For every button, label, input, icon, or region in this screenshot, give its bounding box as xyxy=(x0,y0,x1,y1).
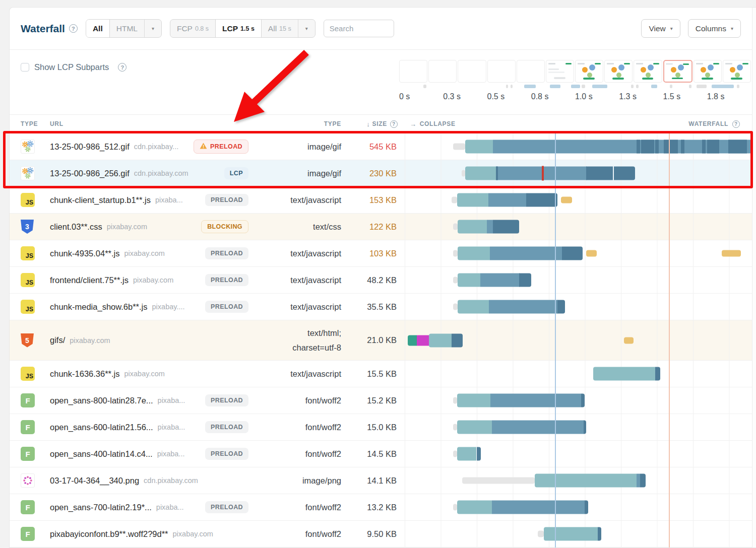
col-header-waterfall[interactable]: WATERFALL ? xyxy=(688,120,740,128)
waterfall-bar-segment[interactable] xyxy=(496,167,498,180)
waterfall-bar-segment[interactable] xyxy=(458,300,489,314)
help-icon[interactable]: ? xyxy=(69,24,78,33)
metric-fcp[interactable]: FCP0.8 s xyxy=(170,20,215,37)
waterfall-bar-segment[interactable] xyxy=(458,247,490,260)
waterfall-bar-segment[interactable] xyxy=(453,451,457,457)
waterfall-bar-segment[interactable] xyxy=(462,170,465,177)
waterfall-bar-segment[interactable] xyxy=(457,193,488,207)
waterfall-bar-segment[interactable] xyxy=(489,300,558,314)
waterfall-bar-segment[interactable] xyxy=(429,333,452,347)
waterfall-bar-segment[interactable] xyxy=(535,474,637,488)
badge-preload[interactable]: PRELOAD xyxy=(205,421,248,433)
waterfall-bar-segment[interactable] xyxy=(519,273,531,287)
table-row[interactable]: JSchunk-media_show.6b**.jspixabay....PRE… xyxy=(10,294,756,320)
waterfall-bar-segment[interactable] xyxy=(614,167,635,180)
badge-preload[interactable]: PRELOAD xyxy=(194,140,248,154)
waterfall-bar-segment[interactable] xyxy=(453,250,458,257)
filmstrip-thumbnail[interactable] xyxy=(517,60,545,83)
waterfall-bar-segment[interactable] xyxy=(453,224,458,230)
waterfall-bar-segment[interactable] xyxy=(408,335,417,346)
waterfall-bar-segment[interactable] xyxy=(453,504,457,511)
columns-button[interactable]: Columns ▾ xyxy=(688,19,741,38)
waterfall-bar-segment[interactable] xyxy=(417,335,429,346)
filter-html[interactable]: HTML xyxy=(110,20,144,37)
waterfall-bar-segment[interactable] xyxy=(453,304,458,310)
waterfall-bar-segment[interactable] xyxy=(493,220,520,234)
table-row[interactable]: JSchunk-1636.36**.jspixabay.comtext/java… xyxy=(10,361,756,387)
filmstrip-thumbnail[interactable] xyxy=(546,60,574,83)
waterfall-bar-segment[interactable] xyxy=(655,140,658,154)
filmstrip-thumbnail[interactable] xyxy=(723,60,751,83)
waterfall-bar-segment[interactable] xyxy=(452,197,457,203)
waterfall-bar-segment[interactable] xyxy=(707,140,719,154)
view-button[interactable]: View ▾ xyxy=(641,19,680,38)
waterfall-bar-segment[interactable] xyxy=(641,140,654,154)
badge-preload[interactable]: PRELOAD xyxy=(205,274,248,286)
badge-preload[interactable]: PRELOAD xyxy=(205,301,248,313)
table-row[interactable]: Fopen_sans-800-latin28.7e...pixaba...PRE… xyxy=(10,387,756,414)
table-row[interactable]: 3client.03**.csspixabay.comBLOCKINGtext/… xyxy=(10,214,756,240)
scrollbar-track[interactable] xyxy=(752,8,756,547)
filmstrip-thumbnail[interactable] xyxy=(428,60,457,83)
waterfall-bar-segment[interactable] xyxy=(526,193,558,207)
help-icon[interactable]: ? xyxy=(732,120,740,128)
waterfall-bar-segment[interactable] xyxy=(458,273,480,287)
metric-lcp[interactable]: LCP1.5 s xyxy=(215,20,262,37)
waterfall-bar-segment[interactable] xyxy=(452,333,463,347)
waterfall-bar-segment[interactable] xyxy=(562,247,583,260)
badge-preload[interactable]: PRELOAD xyxy=(205,194,248,206)
table-row[interactable]: Fopen_sans-700-latin2.19*...pixaba...PRE… xyxy=(10,494,756,521)
filmstrip-thumbnail[interactable] xyxy=(663,60,692,83)
filmstrip-thumbnail[interactable] xyxy=(487,60,516,83)
help-icon[interactable]: ? xyxy=(390,120,398,128)
waterfall-bar-segment[interactable] xyxy=(492,421,584,434)
waterfall-bar-segment[interactable] xyxy=(593,367,656,381)
table-row[interactable]: Fopen_sans-400-latin14.c4...pixaba...PRE… xyxy=(10,441,756,467)
waterfall-bar-segment[interactable] xyxy=(453,397,457,404)
table-row[interactable]: Fopen_sans-600-latin21.56...pixaba...PRE… xyxy=(10,414,756,441)
waterfall-bar-segment[interactable] xyxy=(477,447,481,461)
table-row[interactable]: JSfrontend/client.75**.jspixabay.comPREL… xyxy=(10,267,756,294)
col-header-size[interactable]: ↓ SIZE ? xyxy=(341,120,402,128)
waterfall-bar-segment[interactable] xyxy=(598,527,601,541)
waterfall-bar-segment[interactable] xyxy=(542,166,544,181)
waterfall-bar-segment[interactable] xyxy=(490,394,582,407)
chevron-down-icon[interactable]: ▾ xyxy=(144,20,161,37)
table-row[interactable]: Fpixabayiconfont.b9**.woff2?9d**pixabay.… xyxy=(10,521,756,547)
table-row[interactable]: JSchunk-4935.04**.jspixabay.comPRELOADte… xyxy=(10,240,756,267)
waterfall-bar-segment[interactable] xyxy=(462,477,535,484)
waterfall-bar-segment[interactable] xyxy=(488,193,526,207)
filmstrip-thumbnail[interactable] xyxy=(694,60,722,83)
waterfall-bar-segment[interactable] xyxy=(722,250,741,257)
badge-blocking[interactable]: BLOCKING xyxy=(201,220,248,233)
waterfall-bar-segment[interactable] xyxy=(586,167,613,180)
col-header-type[interactable]: TYPE xyxy=(262,120,341,127)
help-icon[interactable]: ? xyxy=(118,63,127,72)
badge-preload[interactable]: PRELOAD xyxy=(205,501,248,513)
metric-all[interactable]: All15 s xyxy=(262,20,298,37)
waterfall-bar-segment[interactable] xyxy=(637,474,640,488)
waterfall-bar-segment[interactable] xyxy=(640,474,646,488)
waterfall-bar-segment[interactable] xyxy=(487,220,493,234)
waterfall-bar-segment[interactable] xyxy=(453,144,465,150)
waterfall-bar-segment[interactable] xyxy=(480,273,520,287)
badge-lcp[interactable]: LCP xyxy=(224,167,248,179)
waterfall-bar-segment[interactable] xyxy=(490,247,562,260)
waterfall-bar-segment[interactable] xyxy=(457,421,492,434)
waterfall-bar-segment[interactable] xyxy=(544,527,598,541)
table-row[interactable]: 13-25-00-986_512.gifcdn.pixabay...PRELOA… xyxy=(10,133,756,160)
waterfall-bar-segment[interactable] xyxy=(664,140,678,154)
waterfall-bar-segment[interactable] xyxy=(581,394,584,407)
waterfall-bar-segment[interactable] xyxy=(457,394,490,407)
checkbox[interactable] xyxy=(21,63,29,72)
waterfall-bar-segment[interactable] xyxy=(702,140,706,154)
filter-all[interactable]: All xyxy=(86,20,110,37)
table-row[interactable]: 13-25-00-986_256.gifcdn.pixabay.comLCPim… xyxy=(10,160,756,187)
waterfall-bar-segment[interactable] xyxy=(655,367,660,381)
waterfall-bar-segment[interactable] xyxy=(586,250,597,257)
waterfall-bar-segment[interactable] xyxy=(457,447,477,461)
waterfall-bar-segment[interactable] xyxy=(681,140,684,154)
chevron-down-icon[interactable]: ▾ xyxy=(298,20,315,37)
waterfall-bar-segment[interactable] xyxy=(728,140,747,154)
col-header-type-icon[interactable]: TYPE xyxy=(21,120,50,127)
